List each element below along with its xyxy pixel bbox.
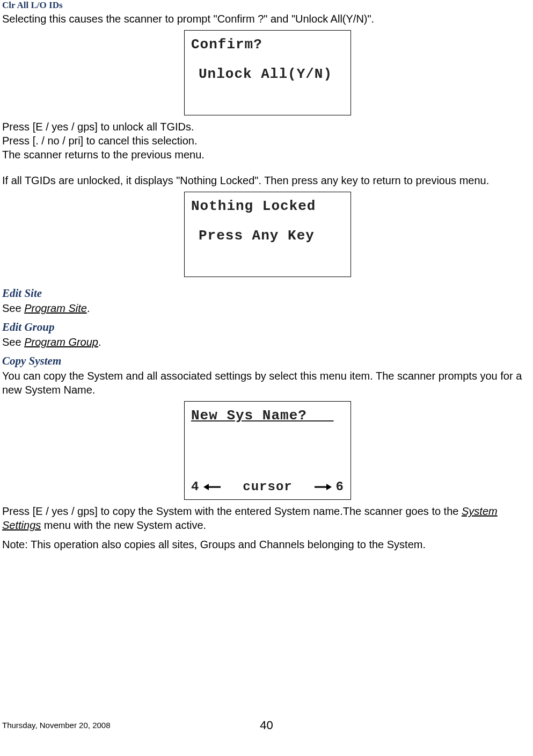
heading-edit-group: Edit Group	[2, 321, 533, 334]
footer-page-number: 40	[0, 718, 533, 730]
lcd-confirm: Confirm? Unlock All(Y/N)	[184, 30, 351, 115]
lcd-confirm-line2: Unlock All(Y/N)	[191, 67, 344, 82]
arrow-right-icon	[313, 482, 332, 492]
heading-edit-site: Edit Site	[2, 287, 533, 300]
lcd-nothing-locked: Nothing Locked Press Any Key	[184, 192, 351, 277]
heading-clr-all: Clr All L/O IDs	[2, 0, 533, 11]
svg-marker-1	[203, 484, 209, 490]
para-clr-intro: Selecting this causes the scanner to pro…	[2, 12, 533, 26]
svg-marker-3	[326, 484, 332, 490]
lcd-cursor-right-num: 6	[336, 480, 344, 494]
para-copy-intro: You can copy the System and all associat…	[2, 369, 533, 397]
link-program-group[interactable]: Program Group	[24, 336, 98, 348]
page-footer: Thursday, November 20, 2008 40	[0, 721, 533, 730]
text-press-e-copy-a: Press [E / yes / gps] to copy the System…	[2, 505, 462, 517]
text-see: See	[2, 302, 24, 314]
text-see: See	[2, 336, 24, 348]
lcd-cursor-line: 4 cursor 6	[191, 480, 344, 494]
lcd-cursor-left-num: 4	[191, 480, 199, 494]
lcd-blank	[191, 257, 344, 271]
para-note: Note: This operation also copies all sit…	[2, 537, 533, 551]
lcd-blank	[191, 96, 344, 110]
arrow-left-icon	[203, 482, 222, 492]
lcd-blank	[191, 243, 344, 257]
lcd-nothing-line2: Press Any Key	[191, 228, 344, 244]
para-press-e: Press [E / yes / gps] to unlock all TGID…	[2, 120, 533, 134]
lcd-new-sys-line1: New Sys Name?	[191, 408, 344, 424]
lcd-blank	[191, 53, 344, 67]
para-see-program-group: See Program Group.	[2, 335, 533, 349]
lcd-cursor-word: cursor	[243, 480, 292, 494]
para-press-e-copy: Press [E / yes / gps] to copy the System…	[2, 504, 533, 532]
para-scanner-returns: The scanner returns to the previous menu…	[2, 148, 533, 162]
lcd-new-sys-name: New Sys Name? 4 cursor 6	[184, 401, 351, 500]
text-period: .	[98, 336, 101, 348]
text-period: .	[87, 302, 90, 314]
lcd-blank	[191, 82, 344, 96]
para-press-no: Press [. / no / pri] to cancel this sele…	[2, 134, 533, 148]
lcd-nothing-line1: Nothing Locked	[191, 199, 344, 214]
para-if-unlocked: If all TGIDs are unlocked, it displays "…	[2, 173, 533, 187]
lcd-blank	[191, 214, 344, 228]
text-press-e-copy-b: menu with the new System active.	[41, 519, 206, 531]
document-page: Clr All L/O IDs Selecting this causes th…	[0, 0, 533, 730]
para-see-program-site: See Program Site.	[2, 301, 533, 315]
link-program-site[interactable]: Program Site	[24, 302, 87, 314]
lcd-confirm-line1: Confirm?	[191, 37, 344, 53]
heading-copy-system: Copy System	[2, 354, 533, 368]
